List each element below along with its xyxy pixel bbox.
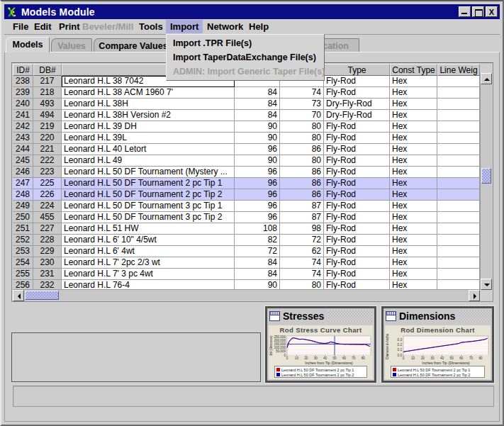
tab-values[interactable]: Values: [51, 38, 92, 52]
cell-type[interactable]: Fly-Rod: [324, 87, 390, 99]
cell-c5[interactable]: 73: [280, 99, 324, 110]
cell-type[interactable]: Fly-Rod: [324, 223, 390, 235]
cell-line_weight[interactable]: [437, 257, 480, 269]
cell-line_weight[interactable]: [437, 76, 480, 87]
menu-item-import-tpr-file-s-[interactable]: Import .TPR File(s): [167, 36, 324, 50]
stresses-panel[interactable]: Stresses Rod Stress Curve Chart 050,0001…: [265, 306, 376, 383]
cell-const_type[interactable]: Hex: [390, 223, 437, 235]
cell-name[interactable]: Leonard H.L 7' 3 pc 4wt: [62, 269, 235, 280]
cell-type[interactable]: Fly-Rod: [324, 121, 390, 133]
cell-db[interactable]: 223: [33, 167, 62, 178]
scroll-down-button[interactable]: [481, 279, 492, 290]
column-header-type[interactable]: Type: [324, 64, 390, 76]
cell-db[interactable]: 220: [33, 133, 62, 144]
panel-grip-hatch[interactable]: [328, 310, 372, 322]
cell-c4[interactable]: 72: [235, 246, 280, 257]
cell-type[interactable]: Dry-Fly-Rod: [324, 99, 390, 110]
cell-const_type[interactable]: Hex: [390, 189, 437, 201]
cell-const_type[interactable]: Hex: [390, 87, 437, 99]
cell-line_weight[interactable]: [437, 223, 480, 235]
table-row-243[interactable]: 243220Leonard H.L 39L9080Fly-RodHex: [13, 133, 480, 144]
cell-db[interactable]: 219: [33, 121, 62, 133]
cell-db[interactable]: 230: [33, 257, 62, 269]
cell-type[interactable]: Fly-Rod: [324, 155, 390, 167]
cell-line_weight[interactable]: [437, 87, 480, 99]
cell-id[interactable]: 242: [13, 121, 33, 133]
cell-name[interactable]: Leonard H.L 50 DF Tournament 3 pc Tip 2: [62, 212, 235, 223]
scroll-right-button[interactable]: [469, 290, 480, 301]
cell-type[interactable]: Fly-Rod: [324, 235, 390, 246]
cell-db[interactable]: 493: [33, 99, 62, 110]
table-row-249[interactable]: 249224Leonard H.L 50 DF Tournament 3 pc …: [13, 201, 480, 212]
menu-import[interactable]: Import: [166, 20, 203, 33]
cell-const_type[interactable]: Hex: [390, 144, 437, 155]
table-row-239[interactable]: 239218Leonard H.L 38 ACM 1960 7'8474Fly-…: [13, 87, 480, 99]
cell-type[interactable]: Fly-Rod: [324, 246, 390, 257]
maximize-button[interactable]: [472, 6, 484, 17]
scroll-up-button[interactable]: [481, 73, 492, 84]
cell-id[interactable]: 243: [13, 133, 33, 144]
table-row-253[interactable]: 253229Leonard H.L 6' 4wt7262Fly-RodHex: [13, 246, 480, 257]
cell-type[interactable]: Fly-Rod: [324, 201, 390, 212]
cell-c4[interactable]: 96: [235, 144, 280, 155]
cell-id[interactable]: 238: [13, 76, 33, 87]
cell-name[interactable]: Leonard H.L 38H: [62, 99, 235, 110]
cell-const_type[interactable]: Hex: [390, 178, 437, 189]
cell-c5[interactable]: 87: [280, 201, 324, 212]
cell-id[interactable]: 248: [13, 189, 33, 201]
cell-name[interactable]: Leonard H.L 6' 10" 4/5wt: [62, 235, 235, 246]
cell-name[interactable]: Leonard H.L 50 DF Tournament 3 pc Tip 1: [62, 201, 235, 212]
cell-type[interactable]: Fly-Rod: [324, 178, 390, 189]
cell-c4[interactable]: 108: [235, 223, 280, 235]
cell-type[interactable]: Fly-Rod: [324, 133, 390, 144]
cell-c5[interactable]: 86: [280, 189, 324, 201]
cell-type[interactable]: Fly-Rod: [324, 144, 390, 155]
dimensions-panel-titlebar[interactable]: Dimensions: [383, 308, 492, 324]
cell-c4[interactable]: 84: [235, 257, 280, 269]
table-row-242[interactable]: 242219Leonard H.L 39 DH9080Fly-RodHex: [13, 121, 480, 133]
table-row-248[interactable]: 248226Leonard H.L 50 DF Tournament 2 pc …: [13, 189, 480, 201]
cell-const_type[interactable]: Hex: [390, 212, 437, 223]
vertical-scrollbar[interactable]: [480, 73, 492, 290]
cell-id[interactable]: 251: [13, 223, 33, 235]
table-row-241[interactable]: 241494Leonard H.L 38H Version #28470Dry-…: [13, 110, 480, 121]
cell-db[interactable]: 224: [33, 201, 62, 212]
cell-id[interactable]: 252: [13, 235, 33, 246]
cell-c5[interactable]: 98: [280, 223, 324, 235]
cell-name[interactable]: Leonard H.L 49: [62, 155, 235, 167]
cell-id[interactable]: 249: [13, 201, 33, 212]
cell-c4[interactable]: 96: [235, 178, 280, 189]
cell-line_weight[interactable]: [437, 144, 480, 155]
tab-models[interactable]: Models: [6, 37, 50, 52]
table-row-251[interactable]: 251227Leonard H.L 51 HW10898Fly-RodHex: [13, 223, 480, 235]
table-row-244[interactable]: 244221Leonard H.L 40 Letort9686Fly-RodHe…: [13, 144, 480, 155]
cell-c4[interactable]: 90: [235, 155, 280, 167]
table-row-252[interactable]: 252228Leonard H.L 6' 10" 4/5wt8272Fly-Ro…: [13, 235, 480, 246]
stresses-panel-titlebar[interactable]: Stresses: [267, 308, 374, 324]
cell-db[interactable]: 217: [33, 76, 62, 87]
cell-c5[interactable]: 86: [280, 144, 324, 155]
cell-db[interactable]: 226: [33, 189, 62, 201]
tab-compare-values[interactable]: Compare Values: [94, 38, 173, 52]
cell-c4[interactable]: 84: [235, 99, 280, 110]
cell-c5[interactable]: 74: [280, 257, 324, 269]
cell-c5[interactable]: 87: [280, 212, 324, 223]
cell-type[interactable]: Fly-Rod: [324, 269, 390, 280]
cell-const_type[interactable]: Hex: [390, 133, 437, 144]
cell-c5[interactable]: 80: [280, 121, 324, 133]
cell-const_type[interactable]: Hex: [390, 121, 437, 133]
menu-edit[interactable]: Edit: [30, 20, 56, 33]
cell-line_weight[interactable]: [437, 235, 480, 246]
cell-c5[interactable]: 80: [280, 133, 324, 144]
cell-line_weight[interactable]: [437, 201, 480, 212]
cell-id[interactable]: 239: [13, 87, 33, 99]
cell-c4[interactable]: 90: [235, 121, 280, 133]
minimize-button[interactable]: [459, 6, 471, 17]
cell-name[interactable]: Leonard H.L 39L: [62, 133, 235, 144]
menu-help[interactable]: Help: [245, 20, 273, 33]
cell-c5[interactable]: 74: [280, 269, 324, 280]
cell-db[interactable]: 231: [33, 269, 62, 280]
cell-name[interactable]: Leonard H.L 38H Version #2: [62, 110, 235, 121]
cell-db[interactable]: 225: [33, 178, 62, 189]
cell-db[interactable]: 228: [33, 235, 62, 246]
